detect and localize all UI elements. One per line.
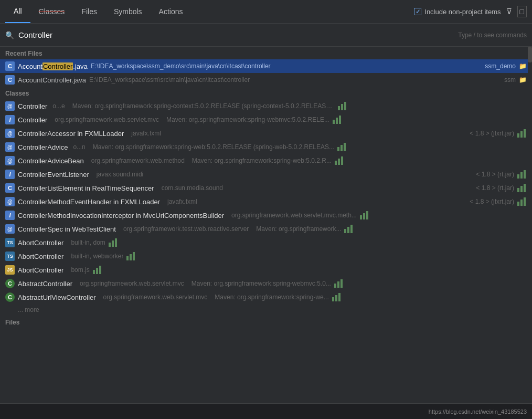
- class-maven-2: Maven: org.springframework:spring-webmvc…: [166, 116, 329, 123]
- class-item-8[interactable]: @ ControllerMethodEventHandler in FXMLLo…: [0, 195, 532, 208]
- search-hint: Type / to see commands: [458, 32, 527, 39]
- class-item-10[interactable]: @ ControllerSpec in WebTestClient org.sp…: [0, 222, 532, 236]
- item-path-1: E:\IDEA_workspace\ssm_demo\src\main\java…: [91, 62, 271, 70]
- item-name-1: AccountController.java: [18, 62, 88, 70]
- header-right: Include non-project items ⊽ □: [414, 6, 527, 17]
- search-icon: 🔍: [5, 31, 14, 39]
- bar-chart-6: [517, 170, 527, 179]
- class-path-14: org.springframework.web.servlet.mvc: [80, 280, 184, 287]
- class-item-15[interactable]: C AbstractUrlViewController org.springfr…: [0, 290, 532, 304]
- item-path-2: E:\IDEA_workspace\ssm\src\main\java\cn\i…: [89, 76, 250, 83]
- class-item-9[interactable]: I ControllerMethodInvocationInterceptor …: [0, 208, 532, 222]
- class-path-4: Maven: org.springframework:spring-web:5.…: [93, 143, 334, 151]
- class-item-13[interactable]: JS AbortController bom.js: [0, 263, 532, 277]
- class-name-10: ControllerSpec in WebTestClient: [18, 225, 116, 233]
- class-item-6[interactable]: I ControllerEventListener javax.sound.mi…: [0, 167, 532, 181]
- status-url: https://blog.csdn.net/weixin_43185523: [429, 408, 527, 415]
- item-name-2: AccountController.java: [18, 76, 86, 84]
- class-path-6: javax.sound.midi: [97, 171, 143, 178]
- class-item-5[interactable]: @ ControllerAdviceBean org.springframewo…: [0, 154, 532, 167]
- class-module-3: < 1.8 > (jfxrt.jar): [465, 130, 514, 137]
- bar-chart-4: [337, 142, 347, 152]
- class-path-10: org.springframework.test.web.reactive.se…: [123, 225, 249, 233]
- class-module-8: < 1.8 > (jfxrt.jar): [465, 198, 514, 205]
- class-item-14[interactable]: C AbstractController org.springframework…: [0, 277, 532, 290]
- class-item-11[interactable]: TS AbortController built-in, dom: [0, 236, 532, 249]
- include-non-project-label: Include non-project items: [424, 8, 501, 16]
- class-name-14: AbstractController: [18, 280, 72, 288]
- class-item-7[interactable]: C ControllerListElement in RealTimeSeque…: [0, 181, 532, 195]
- item-icon-i2: I: [5, 115, 15, 124]
- item-module-1: ssm_demo: [481, 62, 516, 70]
- class-name-8: ControllerMethodEventHandler in FXMLLoad…: [18, 198, 160, 206]
- class-name-1: Controller: [18, 102, 47, 110]
- bar-chart-3: [517, 129, 527, 138]
- recent-file-item-2[interactable]: C AccountController.java E:\IDEA_workspa…: [0, 73, 532, 87]
- item-icon-at10: @: [5, 224, 15, 234]
- bar-chart-10: [344, 224, 354, 234]
- class-name-3: ControllerAccessor in FXMLLoader: [18, 130, 124, 138]
- class-path-7: com.sun.media.sound: [162, 184, 223, 192]
- bar-chart-8: [517, 197, 527, 206]
- class-name-9: ControllerMethodInvocationInterceptor in…: [18, 212, 224, 219]
- item-icon-i9: I: [5, 211, 15, 220]
- class-extra-1: o...e: [52, 102, 65, 110]
- class-name-13: AbortController: [18, 266, 63, 274]
- class-module-6: < 1.8 > (rt.jar): [472, 171, 514, 178]
- item-icon-c7: C: [5, 183, 15, 193]
- item-icon-at3: @: [5, 129, 15, 138]
- item-icon-js13: JS: [5, 265, 15, 275]
- item-icon-gc15: C: [5, 292, 15, 302]
- class-item-12[interactable]: TS AbortController built-in, webworker: [0, 249, 532, 263]
- bar-chart-14: [334, 279, 344, 288]
- class-item-2[interactable]: I Controller org.springframework.web.ser…: [0, 113, 532, 127]
- class-path-13: bom.js: [71, 266, 89, 274]
- class-item-3[interactable]: @ ControllerAccessor in FXMLLoader javaf…: [0, 127, 532, 140]
- tab-actions[interactable]: Actions: [151, 0, 191, 23]
- bar-chart-9: [360, 211, 369, 220]
- tab-all[interactable]: All: [5, 0, 30, 23]
- search-input[interactable]: Controller: [18, 30, 458, 39]
- search-bar: 🔍 Controller Type / to see commands: [0, 24, 532, 47]
- recent-file-item-1[interactable]: C AccountController.java E:\IDEA_workspa…: [0, 59, 532, 73]
- recent-files-header: Recent Files: [0, 48, 532, 59]
- more-item[interactable]: ... more: [0, 304, 532, 316]
- layout-icon[interactable]: □: [517, 6, 527, 17]
- class-item-4[interactable]: @ ControllerAdvice o...n Maven: org.spri…: [0, 140, 532, 154]
- class-module-7: < 1.8 > (rt.jar): [472, 184, 514, 192]
- bar-chart-7: [517, 183, 527, 193]
- class-maven-10: Maven: org.springframework...: [256, 225, 341, 233]
- class-extra-4: o...n: [73, 143, 85, 151]
- class-path-9: org.springframework.web.servlet.mvc.meth…: [231, 212, 357, 219]
- tab-classes[interactable]: Classes: [30, 0, 73, 23]
- item-icon-at8: @: [5, 197, 15, 206]
- class-path-12: built-in, webworker: [71, 253, 123, 260]
- item-module-2: ssm: [500, 76, 516, 83]
- class-name-15: AbstractUrlViewController: [18, 294, 96, 301]
- tab-symbols[interactable]: Symbols: [105, 0, 151, 23]
- class-name-2: Controller: [18, 116, 47, 124]
- class-path-2: org.springframework.web.servlet.mvc: [55, 116, 159, 123]
- class-name-5: ControllerAdviceBean: [18, 157, 84, 165]
- tab-files[interactable]: Files: [73, 0, 105, 23]
- filter-icon[interactable]: ⊽: [506, 7, 512, 16]
- scrollbar-track[interactable]: [528, 47, 532, 403]
- status-bar: https://blog.csdn.net/weixin_43185523: [0, 403, 532, 419]
- class-name-11: AbortController: [18, 239, 63, 247]
- item-icon-at4: @: [5, 142, 15, 152]
- bar-chart-12: [126, 252, 136, 261]
- results-list: Recent Files C AccountController.java E:…: [0, 47, 532, 403]
- scrollbar-thumb[interactable]: [528, 47, 532, 62]
- class-path-15: org.springframework.web.servlet.mvc: [103, 294, 208, 301]
- class-item-1[interactable]: @ Controller o...e Maven: org.springfram…: [0, 99, 532, 113]
- class-path-5: org.springframework.web.method: [91, 157, 185, 164]
- class-path-3: javafx.fxml: [131, 130, 161, 137]
- classes-header: Classes: [0, 88, 532, 99]
- include-non-project-checkbox[interactable]: [414, 8, 421, 15]
- class-path-8: javafx.fxml: [167, 198, 197, 205]
- bar-chart-15: [332, 292, 342, 302]
- class-name-12: AbortController: [18, 253, 63, 260]
- bar-chart-5: [335, 156, 344, 165]
- class-name-6: ControllerEventListener: [18, 171, 89, 179]
- item-icon-i6: I: [5, 170, 15, 179]
